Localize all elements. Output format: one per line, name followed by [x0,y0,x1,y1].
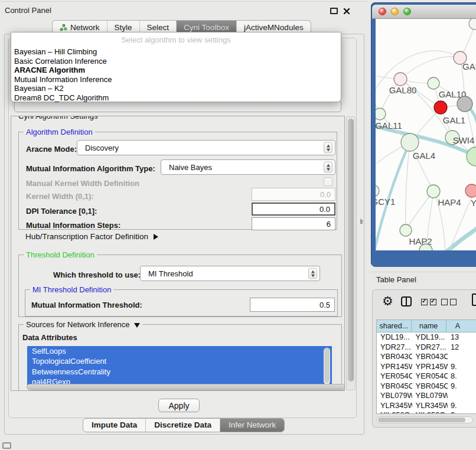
algorithm-option[interactable]: Mutual Information Inference [14,75,338,84]
table-cell[interactable] [448,391,476,401]
network-edge[interactable] [406,191,433,230]
table-cell[interactable]: YBR045C [377,381,412,392]
zoom-window-icon[interactable] [403,8,411,15]
node-label: GAL11 [376,120,402,131]
settings-hscrollbar-thumb[interactable] [27,384,345,390]
table-row[interactable]: YBL079WYBL079W [377,391,476,401]
mi-type-select[interactable]: Naive Bayes [161,159,335,175]
algorithm-option[interactable]: Bayesian – K2 [14,84,338,93]
table-row[interactable]: YDL19...YDL19...13 [377,332,476,343]
table-cell[interactable]: YDL19... [412,332,448,343]
node-red-selected[interactable] [434,101,447,114]
mi-type-value: Naive Bayes [169,163,212,172]
minimized-panel-icon[interactable] [2,442,11,449]
table-cell[interactable]: YPR145W [412,362,448,372]
aracne-mode-value: Discovery [85,144,119,152]
algorithm-option[interactable]: Basic Correlation Inference [14,57,338,66]
algorithm-option[interactable]: Bayesian – Hill Climbing [14,47,338,57]
network-edge[interactable] [400,57,460,79]
close-window-icon[interactable] [379,8,386,15]
minimize-window-icon[interactable] [391,8,399,15]
table-cell[interactable]: YBL079W [377,391,412,401]
node-partial-top[interactable] [469,19,476,30]
table-cell[interactable]: 9. [448,362,476,372]
data-attribute-item[interactable]: BetweennessCentrality [27,367,332,377]
table-cell[interactable]: 9. [448,381,476,392]
sources-legend[interactable]: Sources for Network Inference [24,320,142,329]
document-icon[interactable] [472,294,476,306]
network-edge[interactable] [406,142,410,230]
table-cell[interactable]: 12 [448,343,476,353]
table-cell[interactable]: YDL19... [377,332,412,343]
tab-impute-data[interactable]: Impute Data [83,419,145,432]
data-attribute-item[interactable]: SelfLoops [27,346,332,356]
network-edge[interactable] [445,227,476,250]
tab-discretize-data[interactable]: Discretize Data [145,419,220,432]
table-row[interactable]: YBR045CYBR045C9. [377,381,476,392]
table-row[interactable]: YER054CYER054C8. [377,371,476,381]
close-panel-button[interactable] [343,6,350,14]
dpi-tolerance-field[interactable]: 0.0 [252,203,335,216]
data-attribute-item[interactable]: TopologicalCoefficient [27,356,332,366]
table-row[interactable]: YBR043CYBR043C [377,352,476,362]
table-cell[interactable]: YLR345W [377,401,412,411]
network-canvas[interactable]: GALGAL80GAL10GAL11GAL1GAL4SWI4GCY1HAP4YH… [376,19,476,250]
node-gal11[interactable] [376,108,386,120]
node-gray[interactable] [457,96,472,112]
table-cell[interactable]: YIL052C [377,410,412,414]
table-cell[interactable]: 9. [448,401,476,411]
table-row[interactable]: YDR27...YDR27...12 [377,343,476,353]
algorithm-option[interactable]: Dream8 DC_TDC Algorithm [14,93,338,103]
table-cell[interactable]: YDR27... [412,343,448,353]
table-row[interactable]: YLR345WYLR345W9. [377,401,476,411]
node-label: SWI4 [453,135,475,145]
column-header[interactable]: A [446,320,476,332]
node-hap2[interactable] [400,224,412,236]
aracne-mode-select[interactable]: Discovery [77,140,335,155]
table-row[interactable]: YPR145WYPR145W9. [377,362,476,372]
table-cell[interactable]: 13 [448,332,476,343]
attributes-scrollbar-thumb[interactable] [324,348,330,383]
table-cell[interactable]: YPR145W [377,362,412,372]
table-cell[interactable]: YBR043C [377,352,412,362]
settings-vscrollbar-thumb[interactable] [348,119,354,381]
node-hap4[interactable] [427,185,440,198]
which-threshold-select[interactable]: MI Threshold [140,266,320,281]
table-row[interactable]: YIL052CYIL052C9. [377,410,476,414]
table-cell[interactable]: YER054C [377,371,412,381]
node-gcy1[interactable] [376,185,379,197]
network-window-titlebar[interactable] [372,5,476,19]
node-gal10[interactable] [428,77,439,89]
node-gal4[interactable] [401,133,419,151]
table-cell[interactable]: YLR345W [412,401,448,411]
table-cell[interactable]: 9. [448,410,476,414]
gear-icon[interactable]: ⚙ [382,295,393,307]
table-cell[interactable]: YIL052C [412,410,448,414]
checked-box-icon: ✓ [430,299,436,305]
table-cell[interactable]: YBR043C [412,352,448,362]
float-panel-button[interactable] [330,8,338,14]
mi-threshold-field[interactable]: 0.5 [250,298,335,312]
deselect-all-icon[interactable] [441,299,457,305]
tab-infer-network[interactable]: Infer Network [220,419,284,432]
apply-button[interactable]: Apply [158,399,200,412]
node-pink-right[interactable] [465,184,476,197]
table-cell[interactable]: 8. [448,371,476,381]
column-header[interactable]: name [412,320,446,332]
threshold-definition-group: Threshold Definition Which threshold to … [18,255,342,317]
select-all-icon[interactable]: ✓ ✓ [421,299,436,305]
hub-definition-toggle[interactable]: Hub/Transcription Factor Definition [25,232,158,241]
table-cell[interactable]: YBR045C [412,381,448,392]
table-hscrollbar-thumb[interactable] [378,418,465,422]
table-cell[interactable] [448,352,476,362]
table-cell[interactable]: YBL079W [412,391,448,401]
columns-icon[interactable] [401,296,412,306]
table-cell[interactable]: YER054C [412,371,448,381]
kernel-width-field[interactable]: 0.0 [252,188,335,201]
manual-kernel-checkbox[interactable] [324,177,332,186]
mi-steps-field[interactable]: 6 [252,217,335,230]
node-gal80[interactable] [394,73,407,86]
table-cell[interactable]: YDR27... [377,343,412,353]
column-header[interactable]: shared... [377,320,412,332]
algorithm-option[interactable]: ARACNE Algorithm [14,66,338,75]
